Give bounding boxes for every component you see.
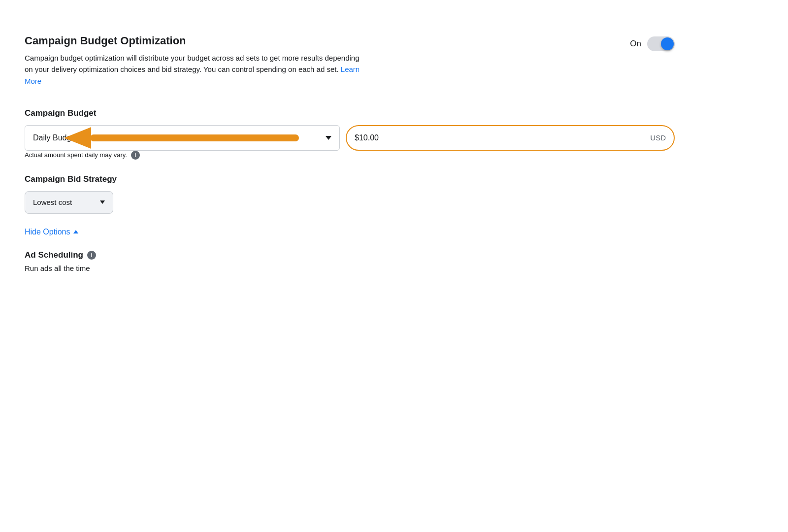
bid-strategy-value: Lowest cost	[33, 198, 72, 206]
toggle-label: On	[630, 39, 641, 49]
toggle-section: On	[630, 36, 675, 51]
bid-strategy-title: Campaign Bid Strategy	[25, 174, 675, 184]
header-row: Campaign Budget Optimization Campaign bu…	[25, 34, 675, 87]
budget-amount-input[interactable]	[355, 133, 394, 142]
hide-options-button[interactable]: Hide Options	[25, 228, 675, 236]
budget-amount-container[interactable]: USD	[346, 125, 675, 151]
description-body: Campaign budget optimization will distri…	[25, 54, 360, 73]
bid-strategy-dropdown[interactable]: Lowest cost	[25, 191, 113, 214]
currency-label: USD	[650, 133, 666, 142]
chevron-up-icon	[73, 230, 78, 233]
ad-scheduling-section: Ad Scheduling i Run ads all the time	[25, 250, 675, 272]
info-icon: i	[131, 151, 140, 160]
hide-options-label: Hide Options	[25, 228, 70, 236]
page-title: Campaign Budget Optimization	[25, 34, 630, 47]
cbo-toggle[interactable]	[647, 36, 675, 51]
budget-type-value: Daily Budget	[33, 133, 78, 142]
title-area: Campaign Budget Optimization Campaign bu…	[25, 34, 630, 87]
daily-vary-note: Actual amount spent daily may vary. i	[25, 151, 675, 160]
page-container: Campaign Budget Optimization Campaign bu…	[25, 20, 675, 287]
campaign-budget-title: Campaign Budget	[25, 108, 675, 118]
description-text: Campaign budget optimization will distri…	[25, 52, 369, 87]
ad-scheduling-description: Run ads all the time	[25, 264, 675, 272]
bid-strategy-section: Campaign Bid Strategy Lowest cost	[25, 174, 675, 214]
toggle-thumb	[661, 37, 674, 50]
info-note-text: Actual amount spent daily may vary.	[25, 151, 127, 159]
budget-type-wrapper: Daily Budget	[25, 125, 340, 151]
budget-controls-row: Daily Budget USD	[25, 125, 675, 151]
ad-scheduling-info-icon: i	[87, 251, 96, 260]
budget-type-dropdown[interactable]: Daily Budget	[25, 125, 340, 151]
budget-type-chevron-icon	[326, 136, 331, 140]
ad-scheduling-title-text: Ad Scheduling	[25, 250, 83, 260]
campaign-budget-section: Campaign Budget Daily Budget U	[25, 108, 675, 160]
bid-strategy-chevron-icon	[100, 200, 105, 204]
section-gap-1	[25, 91, 675, 108]
ad-scheduling-header: Ad Scheduling i	[25, 250, 675, 260]
